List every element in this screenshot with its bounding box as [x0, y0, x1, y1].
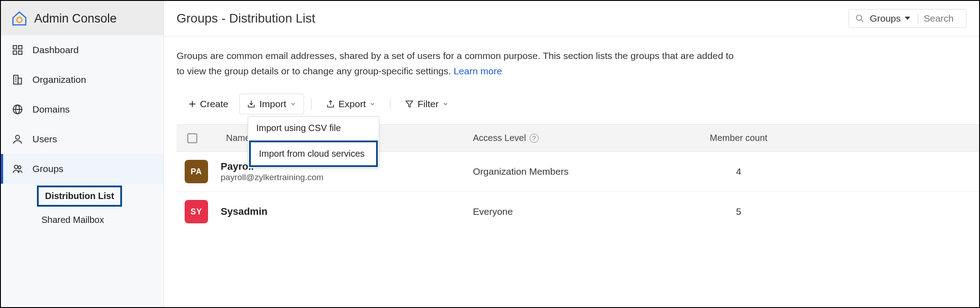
toolbar-divider [311, 99, 312, 109]
svg-rect-5 [14, 75, 18, 84]
sidebar-item-label: Domains [32, 104, 70, 115]
content: Groups are common email addresses, share… [164, 36, 979, 307]
svg-point-15 [18, 166, 21, 169]
svg-point-14 [14, 165, 18, 169]
chevron-down-icon [442, 101, 449, 107]
group-member-count: 5 [658, 206, 820, 217]
export-icon [326, 100, 335, 109]
svg-rect-3 [13, 51, 17, 54]
sidebar-item-organization[interactable]: Organization [1, 65, 163, 95]
sidebar-item-domains[interactable]: Domains [1, 95, 163, 124]
svg-rect-1 [13, 45, 17, 49]
group-access: Everyone [473, 206, 658, 217]
group-member-count: 4 [658, 166, 820, 177]
svg-rect-6 [18, 78, 22, 84]
sidebar-item-label: Dashboard [32, 45, 79, 55]
group-email: payroll@zylkertraining.com [221, 172, 473, 182]
page-description: Groups are common email addresses, share… [177, 48, 979, 78]
app-logo-icon [11, 10, 28, 27]
import-cloud-option[interactable]: Import from cloud services [249, 140, 378, 167]
group-access: Organization Members [473, 166, 658, 177]
svg-point-16 [857, 15, 862, 21]
dashboard-icon [11, 44, 24, 56]
groups-icon [11, 163, 24, 175]
plus-icon [188, 100, 196, 108]
sidebar-item-dashboard[interactable]: Dashboard [1, 35, 163, 65]
export-button[interactable]: Export [319, 94, 383, 114]
sidebar-item-label: Organization [32, 74, 86, 85]
subnav-distribution-list[interactable]: Distribution List [37, 186, 122, 207]
svg-rect-2 [18, 45, 22, 49]
chevron-down-icon [290, 101, 296, 107]
toolbar: Create Import [177, 94, 979, 114]
learn-more-link[interactable]: Learn more [454, 66, 502, 76]
import-dropdown: Import using CSV file Import from cloud … [248, 116, 379, 168]
groups-subnav: Distribution List Shared Mailbox [1, 184, 163, 230]
import-button[interactable]: Import [239, 94, 304, 114]
toolbar-divider [390, 99, 390, 109]
help-icon[interactable]: ? [530, 134, 539, 143]
table-row[interactable]: SY Sysadmin Everyone 5 [177, 192, 979, 231]
search-input[interactable] [924, 13, 960, 24]
main-header: Groups - Distribution List Groups [164, 1, 979, 36]
sidebar-item-groups[interactable]: Groups [1, 154, 163, 184]
column-header-members[interactable]: Member count [658, 133, 820, 143]
building-icon [11, 74, 24, 86]
svg-line-17 [861, 20, 863, 22]
subnav-shared-mailbox[interactable]: Shared Mailbox [37, 210, 163, 230]
chevron-down-icon [369, 101, 376, 107]
globe-icon [11, 104, 24, 115]
group-avatar: SY [185, 200, 208, 223]
svg-rect-4 [18, 51, 22, 54]
main: Groups - Distribution List Groups G [164, 1, 979, 307]
filter-button[interactable]: Filter [398, 94, 456, 114]
column-header-access[interactable]: Access Level ? [473, 133, 658, 143]
user-icon [11, 133, 24, 145]
svg-point-13 [16, 135, 20, 139]
sidebar-item-label: Users [32, 134, 57, 145]
sidebar-item-users[interactable]: Users [1, 124, 163, 154]
page-title: Groups - Distribution List [177, 11, 315, 26]
filter-icon [405, 100, 414, 109]
group-avatar: PA [185, 160, 208, 183]
search-scope-dropdown[interactable]: Groups [870, 13, 918, 24]
sidebar-item-label: Groups [32, 163, 64, 174]
app-title: Admin Console [34, 12, 117, 26]
import-csv-option[interactable]: Import using CSV file [248, 117, 379, 140]
group-name: Sysadmin [221, 206, 473, 217]
create-button[interactable]: Create [181, 94, 236, 114]
sidebar: Admin Console Dashboard Organization [1, 1, 164, 307]
search-container: Groups [848, 9, 966, 28]
sidebar-header: Admin Console [1, 1, 163, 35]
search-icon [855, 14, 864, 23]
select-all-checkbox[interactable] [187, 133, 197, 143]
import-icon [247, 100, 256, 109]
caret-down-icon [904, 16, 911, 21]
